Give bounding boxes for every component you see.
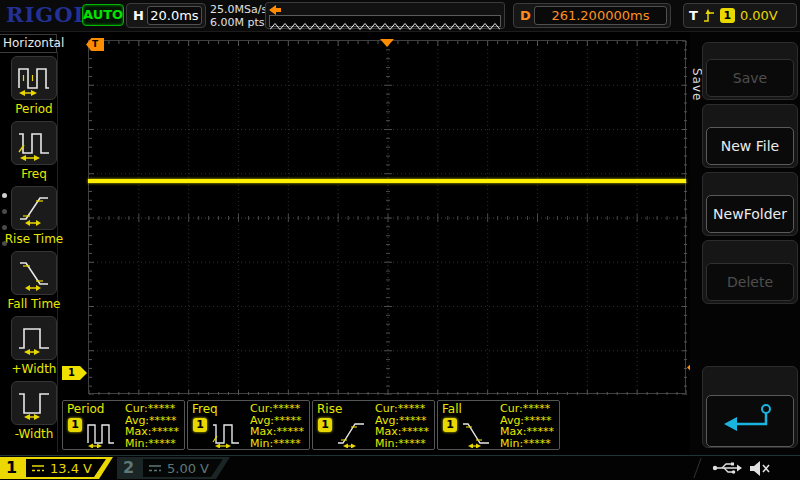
softkey-new-folder[interactable]: NewFolder [702, 172, 798, 236]
preview-position-arrow-icon [269, 5, 282, 15]
measurement-channel-badge: 1 [68, 418, 82, 432]
sidebar-label-fall-time: Fall Time [0, 297, 68, 311]
top-status-bar: RIGOL AUTO H 20.0ms 25.0MSa/s 6.00M pts … [0, 0, 800, 32]
channel2-scale: 5.00 V [167, 461, 209, 476]
sidebar-item-period[interactable] [11, 56, 57, 100]
measurement-values: Cur:***** Avg:***** Max:***** Min:***** [500, 403, 554, 449]
speaker-muted-icon [748, 460, 772, 477]
neg-width-icon [11, 381, 57, 425]
fall-time-icon [11, 251, 57, 295]
measurement-values: Cur:***** Avg:***** Max:***** Min:***** [250, 403, 304, 449]
page-indicator-dot-3 [2, 225, 7, 230]
softkey-menu: Save Save New File NewFolder Delete [690, 32, 800, 455]
delete-button[interactable]: Delete [706, 263, 794, 301]
softkey-save[interactable]: Save [702, 42, 798, 100]
sidebar-item-rise-time[interactable] [11, 186, 57, 230]
sidebar-item-fall-time[interactable] [11, 251, 57, 295]
memory-depth: 6.00M pts [210, 16, 267, 29]
sidebar-label-period: Period [0, 102, 68, 116]
trigger-status-box: T 1 0.00V [683, 3, 797, 28]
back-button[interactable] [706, 395, 794, 447]
page-indicator-dot-2 [2, 209, 7, 214]
channel2-number: 2 [123, 458, 134, 478]
sidebar-label-pos-width: +Width [0, 362, 68, 376]
sidebar-label-rise-time: Rise Time [0, 232, 68, 246]
channel1-trace [88, 179, 686, 183]
page-indicator-dot-1 [2, 193, 7, 198]
trigger-source-badge: 1 [720, 8, 735, 23]
sidebar-label-freq: Freq [0, 167, 68, 181]
measurement-values: Cur:***** Avg:***** Max:***** Min:***** [125, 403, 179, 449]
save-button[interactable]: Save [706, 59, 794, 97]
return-arrow-icon [720, 400, 780, 436]
new-folder-button[interactable]: NewFolder [706, 195, 794, 233]
sidebar-item-pos-width[interactable] [11, 316, 57, 360]
softkey-delete[interactable]: Delete [702, 240, 798, 304]
sidebar-label-neg-width: -Width [0, 427, 68, 441]
dc-coupling-icon [31, 463, 45, 473]
sidebar-item-neg-width[interactable] [11, 381, 57, 425]
freq-icon [211, 418, 245, 448]
trigger-delay-box: D 261.200000ms [513, 3, 671, 28]
fall-time-icon [461, 418, 495, 448]
preview-wave-window [269, 15, 501, 27]
edge-trigger-slope-icon [703, 8, 715, 24]
memory-waveform-preview [265, 2, 505, 29]
status-divider [693, 458, 701, 478]
delay-label: D [520, 8, 531, 23]
measurement-title: Fall [442, 402, 462, 416]
preview-zigzag-wave-icon [270, 21, 500, 31]
measurement-channel-badge: 1 [318, 418, 332, 432]
new-file-button[interactable]: New File [706, 127, 794, 165]
delay-value: 261.200000ms [534, 6, 667, 25]
softkey-new-file[interactable]: New File [702, 104, 798, 168]
channel1-block[interactable]: 1 13.4 V [0, 457, 113, 479]
channel-status-bar: 1 13.4 V 2 5.00 V [0, 455, 800, 480]
softkey-back[interactable] [702, 366, 798, 448]
rise-time-icon [336, 418, 370, 448]
graticule [88, 40, 686, 394]
channel1-ground-marker: 1 [62, 366, 87, 380]
dc-coupling-icon [148, 463, 162, 473]
measure-category-header: Horizontal [0, 34, 57, 53]
usb-icon [712, 461, 742, 475]
trigger-label: T [689, 8, 698, 23]
sample-rate: 25.0MSa/s [210, 3, 267, 16]
channel2-block[interactable]: 2 5.00 V [117, 457, 230, 479]
measurement-box-period: Period 1 Cur:***** Avg:***** Max:***** M… [62, 400, 185, 450]
freq-icon [11, 121, 57, 165]
channel2-readout: 5.00 V [143, 459, 223, 477]
measurement-title: Rise [317, 402, 342, 416]
oscilloscope-screen: RIGOL AUTO H 20.0ms 25.0MSa/s 6.00M pts … [0, 0, 800, 480]
rise-time-icon [11, 186, 57, 230]
measurement-box-freq: Freq 1 Cur:***** Avg:***** Max:***** Min… [187, 400, 310, 450]
run-status-badge: AUTO [82, 4, 124, 26]
horizontal-timebase-box: H 20.0ms [126, 3, 206, 28]
measurement-channel-badge: 1 [443, 418, 457, 432]
trigger-level-value: 0.00V [740, 8, 778, 23]
sidebar-item-freq[interactable] [11, 121, 57, 165]
trigger-position-marker-icon [380, 39, 394, 47]
timebase-label: H [133, 8, 144, 23]
pos-width-icon [11, 316, 57, 360]
brand-logo: RIGOL [6, 2, 89, 27]
channel1-readout: 13.4 V [26, 459, 106, 477]
measurement-title: Period [67, 402, 104, 416]
period-icon [11, 56, 57, 100]
page-indicator-dot-4 [2, 241, 7, 246]
measurement-box-rise: Rise 1 Cur:***** Avg:***** Max:***** Min… [312, 400, 435, 450]
grid-lines [89, 41, 687, 395]
period-icon [86, 418, 120, 448]
channel1-number: 1 [6, 458, 17, 478]
measurement-box-fall: Fall 1 Cur:***** Avg:***** Max:***** Min… [437, 400, 560, 450]
timebase-value: 20.0ms [147, 6, 202, 25]
channel1-scale: 13.4 V [50, 461, 92, 476]
measurement-values: Cur:***** Avg:***** Max:***** Min:***** [375, 403, 429, 449]
acquisition-readout: 25.0MSa/s 6.00M pts [210, 3, 267, 29]
measurement-title: Freq [192, 402, 218, 416]
measurement-channel-badge: 1 [193, 418, 207, 432]
